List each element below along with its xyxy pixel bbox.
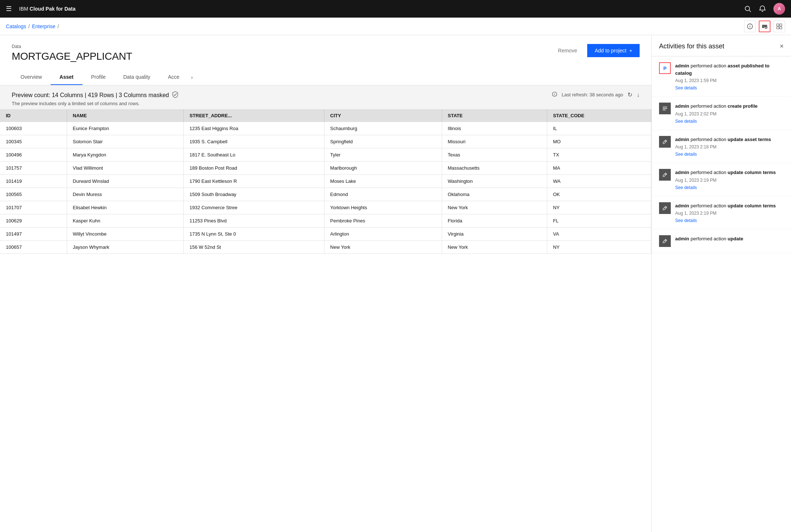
svg-line-1 — [749, 10, 751, 12]
table-cell: Durward Winslad — [67, 175, 183, 188]
svg-rect-13 — [777, 27, 779, 29]
see-details-link[interactable]: See details — [675, 218, 697, 223]
tab-profile[interactable]: Profile — [82, 70, 115, 85]
table-body: 100603Eunice Frampton1235 East Higgins R… — [0, 122, 651, 254]
table-cell: 1235 East Higgins Roa — [183, 122, 324, 135]
activity-icon: P — [659, 62, 671, 74]
breadcrumb-sep1: / — [28, 23, 30, 29]
table-cell: Moses Lake — [324, 175, 442, 188]
see-details-link[interactable]: See details — [675, 152, 697, 157]
svg-rect-5 — [762, 25, 767, 26]
table-cell: NY — [547, 201, 651, 214]
table-row: 101419Durward Winslad1790 East Kettleson… — [0, 175, 651, 188]
tab-data-quality[interactable]: Data quality — [114, 70, 159, 85]
table-cell: Texas — [442, 148, 547, 162]
remove-button[interactable]: Remove — [552, 45, 583, 56]
activities-header: Activities for this asset × — [652, 35, 791, 56]
table-cell: New York — [442, 241, 547, 254]
table-cell: New York — [324, 241, 442, 254]
asset-header-row: Data MORTGAGE_APPLICANT Remove Add to pr… — [12, 44, 640, 70]
table-cell: Vlad Willimont — [67, 162, 183, 175]
table-cell: Eunice Frampton — [67, 122, 183, 135]
content-area: Data MORTGAGE_APPLICANT Remove Add to pr… — [0, 35, 652, 532]
user-avatar[interactable]: A — [773, 3, 785, 15]
grid-button[interactable] — [773, 21, 785, 32]
preview-header: Preview count: 14 Columns | 419 Rows | 3… — [0, 85, 651, 109]
layout-button[interactable] — [759, 21, 770, 32]
see-details-link[interactable]: See details — [675, 119, 697, 124]
table-cell: 101419 — [0, 175, 67, 188]
activity-icon — [659, 136, 671, 148]
activity-content: admin performed action create profileAug… — [675, 103, 784, 124]
table-row: 100565Devin Muress1509 South BroadwayEdm… — [0, 188, 651, 201]
col-header-city: CITY — [324, 109, 442, 122]
activity-content: admin performed action update asset term… — [675, 136, 784, 157]
col-header-id: ID — [0, 109, 67, 122]
asset-title: MORTGAGE_APPLICANT — [12, 51, 132, 62]
table-cell: NY — [547, 241, 651, 254]
table-cell: 156 W 52nd St — [183, 241, 324, 254]
table-header: ID NAME STREET_ADDRE... CITY STATE STATE… — [0, 109, 651, 122]
table-cell: 1509 South Broadway — [183, 188, 324, 201]
tab-more[interactable]: › — [188, 70, 196, 85]
table-cell: New York — [442, 201, 547, 214]
activity-text: admin performed action update asset term… — [675, 136, 784, 143]
tab-asset[interactable]: Asset — [51, 70, 82, 85]
refresh-button[interactable]: ↻ — [628, 91, 632, 98]
table-cell: 189 Boston Post Road — [183, 162, 324, 175]
svg-line-23 — [665, 141, 666, 142]
svg-rect-7 — [762, 27, 764, 28]
preview-stats-block: Preview count: 14 Columns | 419 Rows | 3… — [12, 91, 179, 106]
preview-note: The preview includes only a limited set … — [12, 101, 179, 106]
table-cell: Arlington — [324, 228, 442, 241]
see-details-link[interactable]: See details — [675, 185, 697, 190]
table-cell: 100345 — [0, 135, 67, 148]
svg-line-25 — [665, 207, 666, 208]
activity-timestamp: Aug 1, 2023 2:18 PM — [675, 144, 784, 149]
asset-info: Data MORTGAGE_APPLICANT — [12, 44, 132, 70]
preview-top-row: Preview count: 14 Columns | 419 Rows | 3… — [12, 91, 640, 106]
data-table: ID NAME STREET_ADDRE... CITY STATE STATE… — [0, 109, 651, 254]
table-cell: Edmond — [324, 188, 442, 201]
see-details-link[interactable]: See details — [675, 85, 697, 90]
activity-item: admin performed action create profileAug… — [652, 97, 791, 130]
activity-item: P admin performed action asset published… — [652, 56, 791, 97]
search-icon[interactable] — [744, 5, 751, 12]
activity-content: admin performed action update column ter… — [675, 169, 784, 190]
svg-line-16 — [175, 93, 177, 96]
activity-item: admin performed action update — [652, 229, 791, 253]
add-to-project-button[interactable]: Add to project + — [587, 44, 640, 57]
notifications-icon[interactable] — [759, 5, 766, 12]
table-cell: 100565 — [0, 188, 67, 201]
table-cell: 1932 Commerce Stree — [183, 201, 324, 214]
table-cell: 11253 Pines Blvd — [183, 214, 324, 228]
table-cell: OK — [547, 188, 651, 201]
table-cell: 1735 N Lynn St, Ste 0 — [183, 228, 324, 241]
table-cell: VA — [547, 228, 651, 241]
table-row: 100603Eunice Frampton1235 East Higgins R… — [0, 122, 651, 135]
table-cell: 100629 — [0, 214, 67, 228]
preview-stats: Preview count: 14 Columns | 419 Rows | 3… — [12, 91, 179, 99]
breadcrumb-sep2: / — [58, 23, 59, 29]
table-cell: 100496 — [0, 148, 67, 162]
download-button[interactable]: ↓ — [637, 92, 640, 98]
activities-close-button[interactable]: × — [780, 43, 784, 50]
table-cell: Yorktown Heights — [324, 201, 442, 214]
hamburger-menu[interactable]: ☰ — [6, 5, 12, 13]
activity-icon — [659, 202, 671, 214]
activity-timestamp: Aug 1, 2023 2:19 PM — [675, 178, 784, 183]
breadcrumb-enterprise[interactable]: Enterprise — [32, 23, 55, 29]
table-cell: Kasper Kuhn — [67, 214, 183, 228]
breadcrumb-catalogs[interactable]: Catalogs — [6, 23, 26, 29]
tab-access[interactable]: Acce — [159, 70, 188, 85]
table-cell: Willyt Vincombe — [67, 228, 183, 241]
plus-icon: + — [629, 48, 632, 53]
tab-overview[interactable]: Overview — [12, 70, 51, 85]
svg-rect-14 — [780, 27, 782, 29]
activity-content: admin performed action asset published t… — [675, 62, 784, 90]
shield-icon — [172, 91, 179, 99]
svg-line-26 — [665, 240, 666, 241]
info-button[interactable] — [744, 21, 756, 32]
table-cell: WA — [547, 175, 651, 188]
table-cell: 101707 — [0, 201, 67, 214]
